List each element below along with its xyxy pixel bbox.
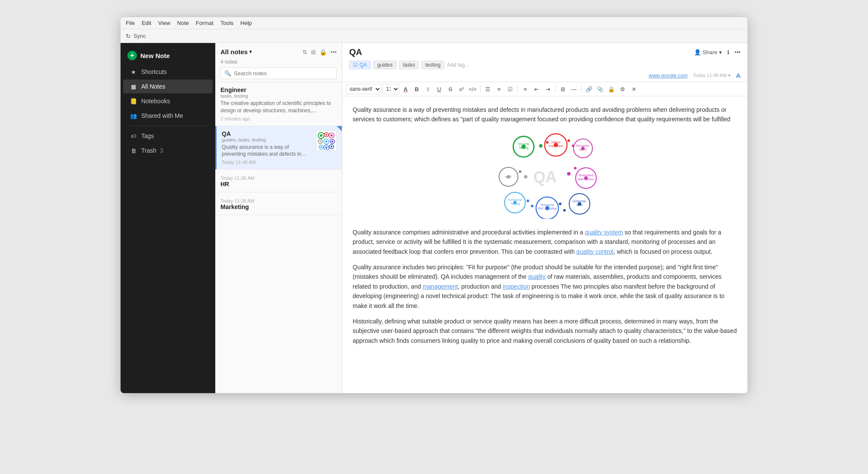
editor-header: QA 👤 Share ▾ ℹ ••• ☑ QA	[342, 43, 747, 82]
italic-btn[interactable]: I	[423, 84, 433, 94]
editor-content[interactable]: Quality assurance is a way of preventing…	[342, 96, 747, 393]
tags-icon: 🏷	[130, 133, 137, 139]
attachment-btn[interactable]: 📎	[595, 84, 605, 94]
svg-text:ation: ation	[576, 203, 582, 206]
note-fold-indicator	[337, 126, 342, 131]
search-input[interactable]	[234, 70, 333, 77]
sidebar-item-all-notes[interactable]: ▦ All Notes	[123, 80, 213, 93]
svg-point-30	[539, 144, 542, 148]
indent-right-btn[interactable]: ⇥	[542, 84, 553, 94]
menu-help[interactable]: Help	[240, 20, 252, 26]
sidebar-item-tags[interactable]: 🏷 Tags	[123, 129, 213, 143]
menu-file[interactable]: File	[126, 20, 135, 26]
more-options-icon[interactable]: •••	[330, 49, 337, 55]
notes-panel-title[interactable]: All notes ▾	[220, 48, 252, 55]
font-color-btn[interactable]: A	[400, 84, 411, 94]
svg-point-13	[320, 146, 322, 148]
ordered-list-btn[interactable]: ≡	[494, 84, 504, 94]
sidebar-item-label: Tags	[141, 132, 154, 139]
font-size-select[interactable]: 11	[382, 84, 400, 94]
tag-tasks[interactable]: tasks	[399, 61, 419, 69]
svg-point-56	[559, 203, 561, 205]
code-btn[interactable]: </>	[468, 84, 478, 94]
share-button[interactable]: 👤 Share ▾	[694, 49, 722, 55]
notes-panel-actions: ⇅ ⊞ 🔒 •••	[302, 49, 337, 55]
svg-text:Communic-: Communic-	[572, 200, 586, 203]
add-tag-button[interactable]: Add tag...	[447, 62, 469, 68]
menu-tools[interactable]: Tools	[220, 20, 233, 26]
strikethrough-btn[interactable]: S	[445, 84, 456, 94]
indent-left-btn[interactable]: ⇤	[531, 84, 542, 94]
share-notes-icon[interactable]: 🔒	[319, 49, 327, 55]
sidebar: + New Note ★ Shortcuts ▦ All Notes 📒 Not…	[121, 43, 215, 393]
sidebar-item-notebooks[interactable]: 📒 Notebooks	[123, 94, 213, 108]
link-quality-system[interactable]: quality system	[585, 229, 623, 236]
underline-btn[interactable]: U	[434, 84, 444, 94]
notes-panel-header: All notes ▾ ⇅ ⊞ 🔒 ••• 4 notes 🔍	[215, 43, 342, 82]
tag-checkbox-icon: ☑	[353, 62, 358, 68]
sync-label[interactable]: Sync	[133, 33, 146, 39]
editor-link[interactable]: www.google.com	[648, 73, 688, 79]
sync-bar: ↻ Sync	[121, 29, 747, 43]
menu-view[interactable]: View	[158, 20, 170, 26]
sidebar-item-shared[interactable]: 👥 Shared with Me	[123, 109, 213, 123]
superscript-btn[interactable]: x²	[456, 84, 467, 94]
menu-edit[interactable]: Edit	[142, 20, 151, 26]
tag-guides[interactable]: guides	[373, 61, 396, 69]
menu-format[interactable]: Format	[196, 20, 214, 26]
svg-point-38	[524, 175, 527, 179]
link-quality[interactable]: quality	[528, 273, 546, 280]
link-management[interactable]: management	[423, 283, 458, 290]
shared-icon: 👥	[130, 113, 137, 119]
checklist-btn[interactable]: ☑	[505, 84, 515, 94]
unordered-list-btn[interactable]: ☰	[483, 84, 493, 94]
new-note-button[interactable]: + New Note	[121, 46, 215, 65]
link-inspection[interactable]: inspection	[503, 283, 530, 290]
note-item-hr[interactable]: Today 11:38 AM HR	[215, 169, 342, 192]
svg-point-17	[331, 146, 332, 148]
note-item-engineer[interactable]: Engineer tasks, testing The creative app…	[215, 82, 342, 126]
note-item-marketing[interactable]: Today 11:38 AM Marketing	[215, 192, 342, 215]
note-title: HR	[220, 181, 337, 188]
tag-qa[interactable]: ☑ QA	[349, 61, 371, 69]
link-btn[interactable]: 🔗	[584, 84, 594, 94]
editor-toolbar: sans-serif 11 A B I U S x² </> ☰ ≡ ☑ ≡ ⇤	[342, 82, 747, 96]
svg-text:Functional: Functional	[508, 198, 522, 201]
note-tags: guides, tasks, testing	[222, 137, 313, 142]
align-btn[interactable]: ≡	[520, 84, 530, 94]
svg-text:tation: tation	[579, 148, 586, 151]
sidebar-item-shortcuts[interactable]: ★ Shortcuts	[123, 65, 213, 79]
svg-text:Defect: Defect	[551, 141, 560, 144]
hr-btn[interactable]: —	[569, 84, 579, 94]
search-replace-btn[interactable]: ⚙	[617, 84, 628, 94]
tag-testing[interactable]: testing	[422, 61, 444, 69]
view-toggle-icon[interactable]: ⊞	[311, 49, 316, 55]
note-time: Today 11:38 AM	[220, 175, 337, 181]
bold-btn[interactable]: B	[412, 84, 422, 94]
editor-font-color-icon[interactable]: A	[736, 72, 741, 79]
notes-panel: All notes ▾ ⇅ ⊞ 🔒 ••• 4 notes 🔍	[215, 43, 342, 393]
note-time: Today 11:48 AM	[222, 160, 313, 165]
note-time: 2 minutes ago	[220, 116, 337, 121]
sort-icon[interactable]: ⇅	[302, 49, 307, 55]
encrypt-btn[interactable]: 🔒	[606, 84, 617, 94]
table-btn[interactable]: ⊞	[558, 84, 568, 94]
link-quality-control[interactable]: quality control	[577, 248, 614, 255]
svg-text:Streamlined: Streamlined	[578, 174, 593, 177]
font-family-select[interactable]: sans-serif	[346, 84, 381, 94]
note-item-qa[interactable]: QA guides, tasks, testing Quality assura…	[215, 126, 342, 170]
menu-note[interactable]: Note	[177, 20, 189, 26]
sidebar-item-trash[interactable]: 🗑 Trash 3	[123, 144, 213, 157]
svg-text:Documen-: Documen-	[576, 144, 590, 147]
info-icon[interactable]: ℹ	[727, 49, 729, 55]
qa-diagram: Security Testing Defect Prevention Docum…	[353, 133, 737, 219]
more-editor-icon[interactable]: •••	[735, 49, 741, 55]
svg-point-1	[320, 134, 322, 137]
svg-point-31	[546, 141, 549, 144]
shortcuts-icon: ★	[130, 69, 137, 75]
editor-header-actions: 👤 Share ▾ ℹ •••	[694, 49, 741, 55]
notes-list: Engineer tasks, testing The creative app…	[215, 82, 342, 393]
svg-point-9	[326, 140, 328, 142]
more-tools-btn[interactable]: ✕	[629, 84, 639, 94]
app-window: File Edit View Note Format Tools Help ↻ …	[121, 17, 747, 393]
